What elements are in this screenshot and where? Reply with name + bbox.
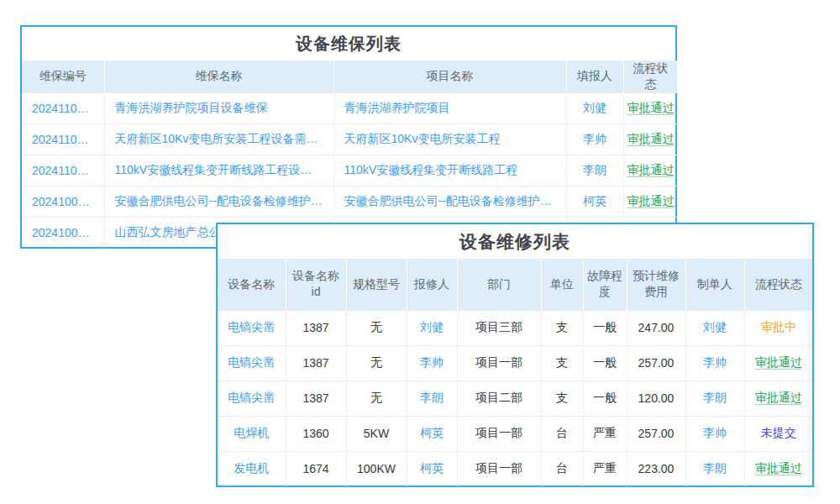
department-cell: 项目一部 <box>457 451 541 486</box>
severity-cell: 严重 <box>583 451 627 486</box>
maint-name-cell[interactable]: 青海洪湖养护院项目设备维保 <box>104 92 333 123</box>
project-name-cell[interactable]: 青海洪湖养护院项目 <box>333 92 566 123</box>
equipment-id-cell: 1360 <box>286 416 346 451</box>
status-cell[interactable]: 审批通过 <box>744 345 812 381</box>
maint-name-cell[interactable]: 110kV安徽线程集变开断线路工程设备需用... <box>104 155 333 186</box>
table-row: 2024110003 青海洪湖养护院项目设备维保 青海洪湖养护院项目 刘健 审批… <box>22 92 677 123</box>
creator-cell[interactable]: 李朗 <box>685 451 744 486</box>
equipment-id-cell: 1387 <box>286 381 346 416</box>
reporter-cell[interactable]: 李帅 <box>566 123 623 155</box>
department-cell: 项目一部 <box>457 416 541 451</box>
maint-name-cell[interactable]: 安徽合肥供电公司--配电设备检修维护和改... <box>104 186 333 217</box>
creator-cell[interactable]: 李帅 <box>685 345 744 381</box>
status-badge: 未提交 <box>761 426 796 439</box>
maintenance-list-title: 设备维保列表 <box>22 27 675 60</box>
col-header-repair-reporter: 报修人 <box>407 259 457 310</box>
unit-cell: 台 <box>541 451 583 486</box>
maint-id-cell[interactable]: 2024110001 <box>22 155 104 186</box>
col-header-reporter: 填报人 <box>566 60 623 92</box>
model-cell: 无 <box>346 310 407 345</box>
status-cell[interactable]: 审批通过 <box>623 92 677 123</box>
status-cell[interactable]: 审批通过 <box>744 451 812 486</box>
equipment-id-cell: 1387 <box>286 345 346 381</box>
equipment-name-cell[interactable]: 电镐尖凿 <box>218 381 286 416</box>
status-cell[interactable]: 审批通过 <box>623 186 677 217</box>
department-cell: 项目一部 <box>457 345 541 381</box>
model-cell: 100KW <box>346 451 407 486</box>
maintenance-list-panel: 设备维保列表 维保编号 维保名称 项目名称 填报人 流程状态 202411000… <box>20 25 677 249</box>
model-cell: 无 <box>346 345 407 381</box>
severity-cell: 一般 <box>583 310 627 345</box>
severity-cell: 一般 <box>583 381 627 416</box>
repair-reporter-cell[interactable]: 柯英 <box>407 416 457 451</box>
table-row: 2024100006 安徽合肥供电公司--配电设备检修维护和改... 安徽合肥供… <box>22 186 677 217</box>
unit-cell: 台 <box>541 416 583 451</box>
table-row: 2024110002 天府新区10Kv变电所安装工程设备需用计划 天府新区10K… <box>22 123 677 155</box>
model-cell: 5KW <box>346 416 407 451</box>
table-row: 2024110001 110kV安徽线程集变开断线路工程设备需用... 110k… <box>22 155 677 186</box>
estimated-cost-cell: 257.00 <box>627 416 685 451</box>
col-header-model: 规格型号 <box>346 259 407 310</box>
status-cell[interactable]: 审批通过 <box>744 381 812 416</box>
table-row: 电镐尖凿 1387 无 刘健 项目三部 支 一般 247.00 刘健 审批中 <box>218 310 812 345</box>
repair-reporter-cell[interactable]: 柯英 <box>407 451 457 486</box>
reporter-cell[interactable]: 李朗 <box>566 155 623 186</box>
status-cell[interactable]: 未提交 <box>744 416 812 451</box>
equipment-name-cell[interactable]: 电镐尖凿 <box>218 310 286 345</box>
equipment-id-cell: 1674 <box>286 451 346 486</box>
col-header-status: 流程状态 <box>744 259 812 310</box>
estimated-cost-cell: 120.00 <box>627 381 685 416</box>
reporter-cell[interactable]: 柯英 <box>566 186 623 217</box>
maintenance-header-row: 维保编号 维保名称 项目名称 填报人 流程状态 <box>22 60 677 92</box>
repair-reporter-cell[interactable]: 李朗 <box>407 381 457 416</box>
status-cell[interactable]: 审批通过 <box>623 123 677 155</box>
status-badge: 审批通过 <box>627 163 675 176</box>
status-badge: 审批通过 <box>755 461 802 475</box>
repair-list-title: 设备维修列表 <box>218 224 812 259</box>
status-badge: 审批通过 <box>627 132 675 145</box>
table-row: 电镐尖凿 1387 无 李朗 项目二部 支 一般 120.00 李朗 审批通过 <box>218 381 812 416</box>
estimated-cost-cell: 257.00 <box>627 345 685 381</box>
repair-reporter-cell[interactable]: 刘健 <box>407 310 457 345</box>
maint-id-cell[interactable]: 2024110002 <box>22 123 104 155</box>
creator-cell[interactable]: 刘健 <box>685 310 744 345</box>
project-name-cell[interactable]: 天府新区10Kv变电所安装工程 <box>333 123 566 155</box>
unit-cell: 支 <box>541 345 583 381</box>
maint-id-cell[interactable]: 2024100005 <box>22 217 104 248</box>
department-cell: 项目二部 <box>457 381 541 416</box>
maintenance-table: 维保编号 维保名称 项目名称 填报人 流程状态 2024110003 青海洪湖养… <box>22 60 677 248</box>
table-row: 电镐尖凿 1387 无 李帅 项目一部 支 一般 257.00 李帅 审批通过 <box>218 345 812 381</box>
repair-reporter-cell[interactable]: 李帅 <box>407 345 457 381</box>
col-header-equipment-id: 设备名称id <box>286 259 346 310</box>
status-cell[interactable]: 审批通过 <box>623 155 677 186</box>
project-name-cell[interactable]: 安徽合肥供电公司--配电设备检修维护和改造 <box>333 186 566 217</box>
col-header-creator: 制单人 <box>685 259 744 310</box>
status-cell[interactable]: 审批中 <box>744 310 812 345</box>
col-header-department: 部门 <box>457 259 541 310</box>
col-header-status: 流程状态 <box>623 60 677 92</box>
col-header-equipment-name: 设备名称 <box>218 259 286 310</box>
department-cell: 项目三部 <box>457 310 541 345</box>
col-header-maint-name: 维保名称 <box>104 60 333 92</box>
col-header-maint-id: 维保编号 <box>22 60 104 92</box>
creator-cell[interactable]: 李帅 <box>685 416 744 451</box>
table-row: 电焊机 1360 5KW 柯英 项目一部 台 严重 257.00 李帅 未提交 <box>218 416 812 451</box>
project-name-cell[interactable]: 110kV安徽线程集变开断线路工程 <box>333 155 566 186</box>
estimated-cost-cell: 247.00 <box>627 310 685 345</box>
maint-name-cell[interactable]: 天府新区10Kv变电所安装工程设备需用计划 <box>104 123 333 155</box>
equipment-id-cell: 1387 <box>286 310 346 345</box>
equipment-name-cell[interactable]: 电镐尖凿 <box>218 345 286 381</box>
repair-list-panel: 设备维修列表 设备名称 设备名称id 规格型号 报修人 部门 单位 故障程度 预… <box>216 223 814 487</box>
col-header-unit: 单位 <box>541 259 583 310</box>
status-badge: 审批通过 <box>755 391 802 404</box>
creator-cell[interactable]: 李朗 <box>685 381 744 416</box>
status-badge: 审批通过 <box>627 194 675 207</box>
estimated-cost-cell: 223.00 <box>627 451 685 486</box>
unit-cell: 支 <box>541 310 583 345</box>
equipment-name-cell[interactable]: 发电机 <box>218 451 286 486</box>
maint-id-cell[interactable]: 2024100006 <box>22 186 104 217</box>
equipment-name-cell[interactable]: 电焊机 <box>218 416 286 451</box>
col-header-estimated-cost: 预计维修费用 <box>627 259 685 310</box>
maint-id-cell[interactable]: 2024110003 <box>22 92 104 123</box>
reporter-cell[interactable]: 刘健 <box>566 92 623 123</box>
